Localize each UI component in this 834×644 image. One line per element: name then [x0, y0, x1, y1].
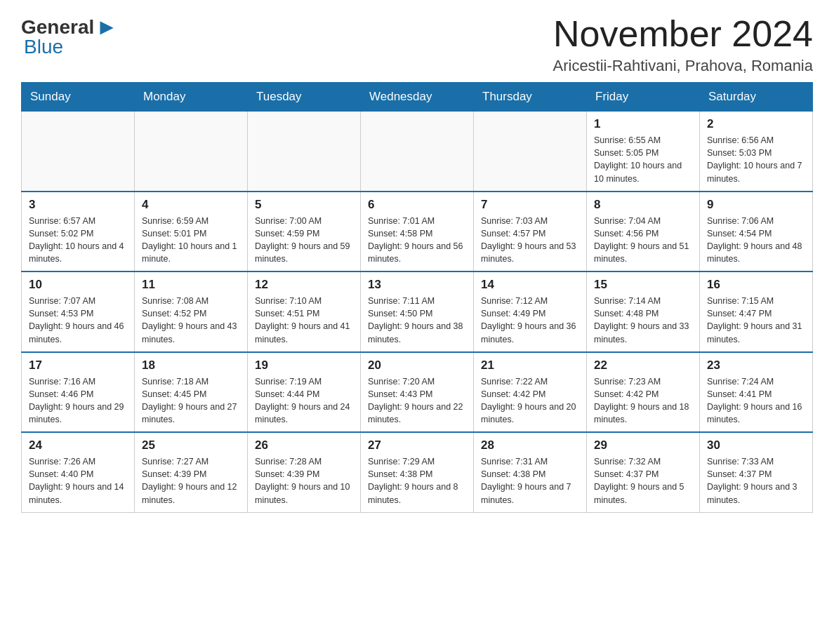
day-number: 20 — [368, 358, 466, 373]
table-row: 10Sunrise: 7:07 AMSunset: 4:53 PMDayligh… — [22, 271, 135, 352]
day-info: Sunrise: 7:18 AMSunset: 4:45 PMDaylight:… — [142, 375, 240, 427]
table-row: 9Sunrise: 7:06 AMSunset: 4:54 PMDaylight… — [700, 192, 813, 272]
day-number: 6 — [368, 198, 466, 212]
table-row: 25Sunrise: 7:27 AMSunset: 4:39 PMDayligh… — [135, 432, 248, 512]
table-row: 8Sunrise: 7:04 AMSunset: 4:56 PMDaylight… — [587, 192, 700, 272]
day-number: 23 — [707, 358, 805, 373]
day-info: Sunrise: 7:07 AMSunset: 4:53 PMDaylight:… — [29, 295, 127, 346]
header-saturday: Saturday — [700, 83, 813, 112]
day-info: Sunrise: 7:31 AMSunset: 4:38 PMDaylight:… — [481, 455, 579, 507]
day-info: Sunrise: 7:06 AMSunset: 4:54 PMDaylight:… — [707, 215, 805, 266]
day-number: 14 — [481, 278, 579, 292]
day-info: Sunrise: 7:01 AMSunset: 4:58 PMDaylight:… — [368, 215, 466, 266]
table-row: 7Sunrise: 7:03 AMSunset: 4:57 PMDaylight… — [474, 192, 587, 272]
day-info: Sunrise: 7:27 AMSunset: 4:39 PMDaylight:… — [142, 455, 240, 507]
day-info: Sunrise: 7:20 AMSunset: 4:43 PMDaylight:… — [368, 375, 466, 427]
day-info: Sunrise: 7:29 AMSunset: 4:38 PMDaylight:… — [368, 455, 466, 507]
table-row: 19Sunrise: 7:19 AMSunset: 4:44 PMDayligh… — [248, 352, 361, 433]
table-row: 28Sunrise: 7:31 AMSunset: 4:38 PMDayligh… — [474, 432, 587, 512]
day-number: 18 — [142, 358, 240, 373]
month-title: November 2024 — [553, 14, 814, 54]
calendar-table: Sunday Monday Tuesday Wednesday Thursday… — [21, 82, 813, 513]
table-row — [361, 112, 474, 192]
table-row: 17Sunrise: 7:16 AMSunset: 4:46 PMDayligh… — [22, 352, 135, 433]
day-number: 5 — [255, 198, 353, 212]
day-info: Sunrise: 7:24 AMSunset: 4:41 PMDaylight:… — [707, 375, 805, 427]
table-row: 13Sunrise: 7:11 AMSunset: 4:50 PMDayligh… — [361, 271, 474, 352]
day-info: Sunrise: 6:56 AMSunset: 5:03 PMDaylight:… — [707, 134, 805, 185]
title-block: November 2024 Aricestii-Rahtivani, Praho… — [553, 14, 814, 75]
calendar-week-row: 24Sunrise: 7:26 AMSunset: 4:40 PMDayligh… — [22, 432, 813, 512]
day-number: 17 — [29, 358, 127, 373]
table-row: 5Sunrise: 7:00 AMSunset: 4:59 PMDaylight… — [248, 192, 361, 272]
day-info: Sunrise: 7:26 AMSunset: 4:40 PMDaylight:… — [29, 455, 127, 507]
day-info: Sunrise: 7:19 AMSunset: 4:44 PMDaylight:… — [255, 375, 353, 427]
day-info: Sunrise: 7:33 AMSunset: 4:37 PMDaylight:… — [707, 455, 805, 507]
day-number: 4 — [142, 198, 240, 212]
table-row: 1Sunrise: 6:55 AMSunset: 5:05 PMDaylight… — [587, 112, 700, 192]
day-number: 7 — [481, 198, 579, 212]
day-info: Sunrise: 6:59 AMSunset: 5:01 PMDaylight:… — [142, 215, 240, 266]
header-wednesday: Wednesday — [361, 83, 474, 112]
day-number: 24 — [29, 438, 127, 452]
day-info: Sunrise: 6:57 AMSunset: 5:02 PMDaylight:… — [29, 215, 127, 266]
table-row: 26Sunrise: 7:28 AMSunset: 4:39 PMDayligh… — [248, 432, 361, 512]
day-number: 8 — [594, 198, 692, 212]
day-number: 9 — [707, 198, 805, 212]
day-info: Sunrise: 7:00 AMSunset: 4:59 PMDaylight:… — [255, 215, 353, 266]
day-number: 13 — [368, 278, 466, 292]
logo-blue-text: Blue — [24, 36, 63, 58]
day-number: 2 — [707, 117, 805, 131]
table-row: 18Sunrise: 7:18 AMSunset: 4:45 PMDayligh… — [135, 352, 248, 433]
table-row: 30Sunrise: 7:33 AMSunset: 4:37 PMDayligh… — [700, 432, 813, 512]
table-row: 27Sunrise: 7:29 AMSunset: 4:38 PMDayligh… — [361, 432, 474, 512]
day-number: 10 — [29, 278, 127, 292]
table-row: 2Sunrise: 6:56 AMSunset: 5:03 PMDaylight… — [700, 112, 813, 192]
day-number: 16 — [707, 278, 805, 292]
day-number: 22 — [594, 358, 692, 373]
table-row: 6Sunrise: 7:01 AMSunset: 4:58 PMDaylight… — [361, 192, 474, 272]
logo-arrow-icon: ► — [95, 14, 118, 40]
day-info: Sunrise: 7:15 AMSunset: 4:47 PMDaylight:… — [707, 295, 805, 346]
day-number: 11 — [142, 278, 240, 292]
day-info: Sunrise: 7:04 AMSunset: 4:56 PMDaylight:… — [594, 215, 692, 266]
table-row — [22, 112, 135, 192]
logo: General ► Blue — [21, 14, 118, 58]
calendar-week-row: 10Sunrise: 7:07 AMSunset: 4:53 PMDayligh… — [22, 271, 813, 352]
calendar-header-row: Sunday Monday Tuesday Wednesday Thursday… — [22, 83, 813, 112]
table-row: 12Sunrise: 7:10 AMSunset: 4:51 PMDayligh… — [248, 271, 361, 352]
day-number: 28 — [481, 438, 579, 452]
day-info: Sunrise: 7:28 AMSunset: 4:39 PMDaylight:… — [255, 455, 353, 507]
day-info: Sunrise: 7:32 AMSunset: 4:37 PMDaylight:… — [594, 455, 692, 507]
table-row: 22Sunrise: 7:23 AMSunset: 4:42 PMDayligh… — [587, 352, 700, 433]
header-tuesday: Tuesday — [248, 83, 361, 112]
day-number: 27 — [368, 438, 466, 452]
table-row — [135, 112, 248, 192]
table-row: 21Sunrise: 7:22 AMSunset: 4:42 PMDayligh… — [474, 352, 587, 433]
table-row: 4Sunrise: 6:59 AMSunset: 5:01 PMDaylight… — [135, 192, 248, 272]
logo-general-text: General — [21, 16, 94, 39]
header-thursday: Thursday — [474, 83, 587, 112]
day-number: 12 — [255, 278, 353, 292]
table-row — [474, 112, 587, 192]
table-row: 15Sunrise: 7:14 AMSunset: 4:48 PMDayligh… — [587, 271, 700, 352]
day-info: Sunrise: 7:08 AMSunset: 4:52 PMDaylight:… — [142, 295, 240, 346]
table-row — [248, 112, 361, 192]
day-number: 29 — [594, 438, 692, 452]
location-title: Aricestii-Rahtivani, Prahova, Romania — [553, 57, 814, 75]
day-info: Sunrise: 7:10 AMSunset: 4:51 PMDaylight:… — [255, 295, 353, 346]
table-row: 29Sunrise: 7:32 AMSunset: 4:37 PMDayligh… — [587, 432, 700, 512]
calendar-week-row: 17Sunrise: 7:16 AMSunset: 4:46 PMDayligh… — [22, 352, 813, 433]
table-row: 3Sunrise: 6:57 AMSunset: 5:02 PMDaylight… — [22, 192, 135, 272]
calendar-week-row: 1Sunrise: 6:55 AMSunset: 5:05 PMDaylight… — [22, 112, 813, 192]
header-monday: Monday — [135, 83, 248, 112]
table-row: 20Sunrise: 7:20 AMSunset: 4:43 PMDayligh… — [361, 352, 474, 433]
day-number: 15 — [594, 278, 692, 292]
table-row: 11Sunrise: 7:08 AMSunset: 4:52 PMDayligh… — [135, 271, 248, 352]
day-number: 26 — [255, 438, 353, 452]
day-info: Sunrise: 7:22 AMSunset: 4:42 PMDaylight:… — [481, 375, 579, 427]
day-info: Sunrise: 7:12 AMSunset: 4:49 PMDaylight:… — [481, 295, 579, 346]
day-info: Sunrise: 7:23 AMSunset: 4:42 PMDaylight:… — [594, 375, 692, 427]
header-friday: Friday — [587, 83, 700, 112]
day-info: Sunrise: 7:16 AMSunset: 4:46 PMDaylight:… — [29, 375, 127, 427]
